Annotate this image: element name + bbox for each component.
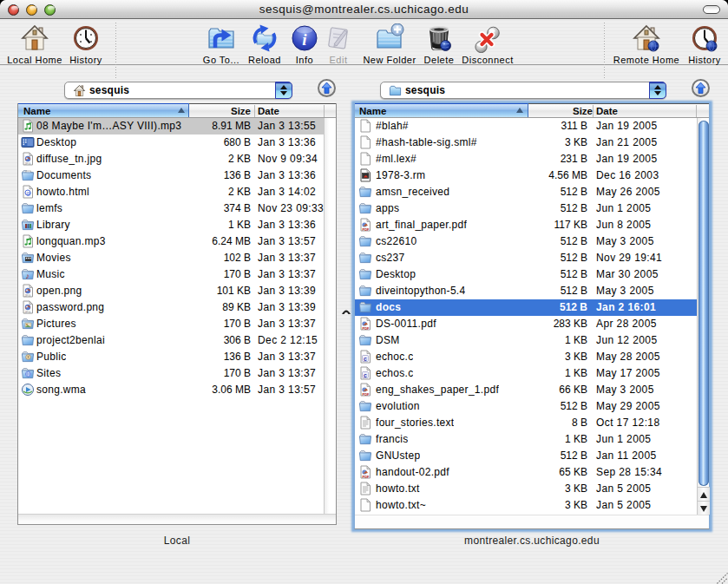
svg-text:c: c — [364, 372, 367, 378]
svg-text:JPG: JPG — [24, 162, 30, 166]
svg-text:♪: ♪ — [26, 272, 30, 280]
svg-text:PDF: PDF — [363, 392, 371, 397]
svg-text:JPG: JPG — [24, 294, 30, 298]
svg-text:@: @ — [26, 191, 31, 196]
svg-text:PDF: PDF — [363, 475, 371, 479]
svg-text:PDF: PDF — [363, 227, 371, 232]
svg-text:JPG: JPG — [24, 311, 30, 314]
svg-text:PDF: PDF — [363, 326, 371, 331]
svg-text:c: c — [364, 356, 367, 362]
